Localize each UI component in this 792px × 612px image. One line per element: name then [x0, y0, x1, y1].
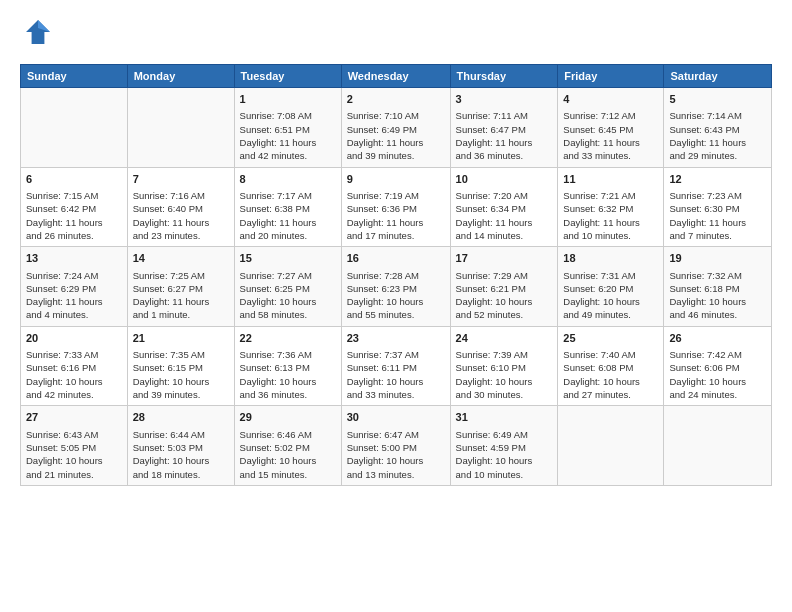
- day-info-line: Sunset: 6:32 PM: [563, 202, 658, 215]
- day-info-line: Daylight: 11 hours: [456, 136, 553, 149]
- day-info-line: and 10 minutes.: [456, 468, 553, 481]
- day-info-line: Sunset: 6:30 PM: [669, 202, 766, 215]
- day-info-line: Daylight: 11 hours: [669, 216, 766, 229]
- day-info-line: Daylight: 10 hours: [26, 454, 122, 467]
- day-info-line: and 33 minutes.: [563, 149, 658, 162]
- day-number: 12: [669, 172, 766, 187]
- day-info-line: Daylight: 10 hours: [240, 375, 336, 388]
- day-number: 28: [133, 410, 229, 425]
- day-info-line: and 39 minutes.: [347, 149, 445, 162]
- day-info-line: Sunrise: 6:46 AM: [240, 428, 336, 441]
- calendar-cell: 29Sunrise: 6:46 AMSunset: 5:02 PMDayligh…: [234, 406, 341, 486]
- day-number: 24: [456, 331, 553, 346]
- day-info-line: Daylight: 10 hours: [26, 375, 122, 388]
- calendar-cell: 14Sunrise: 7:25 AMSunset: 6:27 PMDayligh…: [127, 247, 234, 327]
- day-info-line: Daylight: 10 hours: [563, 375, 658, 388]
- calendar-cell: 2Sunrise: 7:10 AMSunset: 6:49 PMDaylight…: [341, 88, 450, 168]
- day-info-line: Daylight: 11 hours: [26, 295, 122, 308]
- day-info-line: Sunrise: 6:43 AM: [26, 428, 122, 441]
- day-info-line: Sunset: 6:25 PM: [240, 282, 336, 295]
- day-info-line: and 46 minutes.: [669, 308, 766, 321]
- day-info-line: Sunset: 6:29 PM: [26, 282, 122, 295]
- day-info-line: Sunrise: 6:47 AM: [347, 428, 445, 441]
- calendar-table: SundayMondayTuesdayWednesdayThursdayFrid…: [20, 64, 772, 486]
- calendar-cell: 4Sunrise: 7:12 AMSunset: 6:45 PMDaylight…: [558, 88, 664, 168]
- calendar-cell: 9Sunrise: 7:19 AMSunset: 6:36 PMDaylight…: [341, 167, 450, 247]
- day-number: 21: [133, 331, 229, 346]
- day-info-line: Sunrise: 7:32 AM: [669, 269, 766, 282]
- weekday-header: Friday: [558, 65, 664, 88]
- calendar-cell: 23Sunrise: 7:37 AMSunset: 6:11 PMDayligh…: [341, 326, 450, 406]
- calendar-cell: 5Sunrise: 7:14 AMSunset: 6:43 PMDaylight…: [664, 88, 772, 168]
- day-info-line: Sunset: 6:49 PM: [347, 123, 445, 136]
- calendar-cell: 19Sunrise: 7:32 AMSunset: 6:18 PMDayligh…: [664, 247, 772, 327]
- day-info-line: and 36 minutes.: [240, 388, 336, 401]
- day-info-line: and 14 minutes.: [456, 229, 553, 242]
- day-info-line: and 33 minutes.: [347, 388, 445, 401]
- day-info-line: Sunset: 6:40 PM: [133, 202, 229, 215]
- header-row: SundayMondayTuesdayWednesdayThursdayFrid…: [21, 65, 772, 88]
- day-number: 22: [240, 331, 336, 346]
- day-info-line: Sunrise: 6:44 AM: [133, 428, 229, 441]
- day-info-line: Daylight: 11 hours: [240, 216, 336, 229]
- day-info-line: Daylight: 11 hours: [563, 136, 658, 149]
- day-info-line: and 29 minutes.: [669, 149, 766, 162]
- day-info-line: and 15 minutes.: [240, 468, 336, 481]
- day-info-line: Sunrise: 6:49 AM: [456, 428, 553, 441]
- day-info-line: Sunrise: 7:14 AM: [669, 109, 766, 122]
- day-info-line: Daylight: 11 hours: [563, 216, 658, 229]
- day-info-line: and 24 minutes.: [669, 388, 766, 401]
- day-info-line: Daylight: 10 hours: [347, 375, 445, 388]
- day-info-line: Daylight: 10 hours: [347, 454, 445, 467]
- day-number: 25: [563, 331, 658, 346]
- calendar-body: 1Sunrise: 7:08 AMSunset: 6:51 PMDaylight…: [21, 88, 772, 486]
- day-info-line: Daylight: 11 hours: [133, 216, 229, 229]
- day-number: 13: [26, 251, 122, 266]
- day-info-line: and 49 minutes.: [563, 308, 658, 321]
- day-info-line: Sunrise: 7:24 AM: [26, 269, 122, 282]
- day-info-line: Sunset: 6:42 PM: [26, 202, 122, 215]
- calendar-week: 27Sunrise: 6:43 AMSunset: 5:05 PMDayligh…: [21, 406, 772, 486]
- weekday-header: Monday: [127, 65, 234, 88]
- day-number: 3: [456, 92, 553, 107]
- day-info-line: and 1 minute.: [133, 308, 229, 321]
- day-info-line: Sunset: 6:51 PM: [240, 123, 336, 136]
- day-info-line: and 42 minutes.: [26, 388, 122, 401]
- day-info-line: Sunrise: 7:12 AM: [563, 109, 658, 122]
- day-info-line: Daylight: 10 hours: [669, 295, 766, 308]
- day-info-line: and 36 minutes.: [456, 149, 553, 162]
- page: SundayMondayTuesdayWednesdayThursdayFrid…: [0, 0, 792, 496]
- day-info-line: and 58 minutes.: [240, 308, 336, 321]
- day-info-line: Sunrise: 7:39 AM: [456, 348, 553, 361]
- day-info-line: Sunrise: 7:31 AM: [563, 269, 658, 282]
- day-info-line: and 20 minutes.: [240, 229, 336, 242]
- day-number: 15: [240, 251, 336, 266]
- day-info-line: and 18 minutes.: [133, 468, 229, 481]
- day-info-line: Sunset: 6:43 PM: [669, 123, 766, 136]
- calendar-cell: 27Sunrise: 6:43 AMSunset: 5:05 PMDayligh…: [21, 406, 128, 486]
- calendar-cell: 30Sunrise: 6:47 AMSunset: 5:00 PMDayligh…: [341, 406, 450, 486]
- calendar-cell: 18Sunrise: 7:31 AMSunset: 6:20 PMDayligh…: [558, 247, 664, 327]
- day-info-line: Sunrise: 7:21 AM: [563, 189, 658, 202]
- day-info-line: and 17 minutes.: [347, 229, 445, 242]
- day-number: 19: [669, 251, 766, 266]
- calendar-cell: 24Sunrise: 7:39 AMSunset: 6:10 PMDayligh…: [450, 326, 558, 406]
- day-info-line: Sunset: 6:08 PM: [563, 361, 658, 374]
- day-number: 8: [240, 172, 336, 187]
- day-info-line: Daylight: 10 hours: [133, 375, 229, 388]
- day-info-line: Sunrise: 7:28 AM: [347, 269, 445, 282]
- day-info-line: Sunset: 4:59 PM: [456, 441, 553, 454]
- day-info-line: and 42 minutes.: [240, 149, 336, 162]
- day-info-line: Sunrise: 7:15 AM: [26, 189, 122, 202]
- day-info-line: and 21 minutes.: [26, 468, 122, 481]
- day-info-line: Sunrise: 7:10 AM: [347, 109, 445, 122]
- day-info-line: Sunset: 6:45 PM: [563, 123, 658, 136]
- day-info-line: Daylight: 10 hours: [456, 295, 553, 308]
- calendar-cell: 15Sunrise: 7:27 AMSunset: 6:25 PMDayligh…: [234, 247, 341, 327]
- day-info-line: and 55 minutes.: [347, 308, 445, 321]
- day-number: 23: [347, 331, 445, 346]
- calendar-week: 6Sunrise: 7:15 AMSunset: 6:42 PMDaylight…: [21, 167, 772, 247]
- day-info-line: Daylight: 11 hours: [133, 295, 229, 308]
- day-info-line: Daylight: 10 hours: [240, 295, 336, 308]
- calendar-cell: 16Sunrise: 7:28 AMSunset: 6:23 PMDayligh…: [341, 247, 450, 327]
